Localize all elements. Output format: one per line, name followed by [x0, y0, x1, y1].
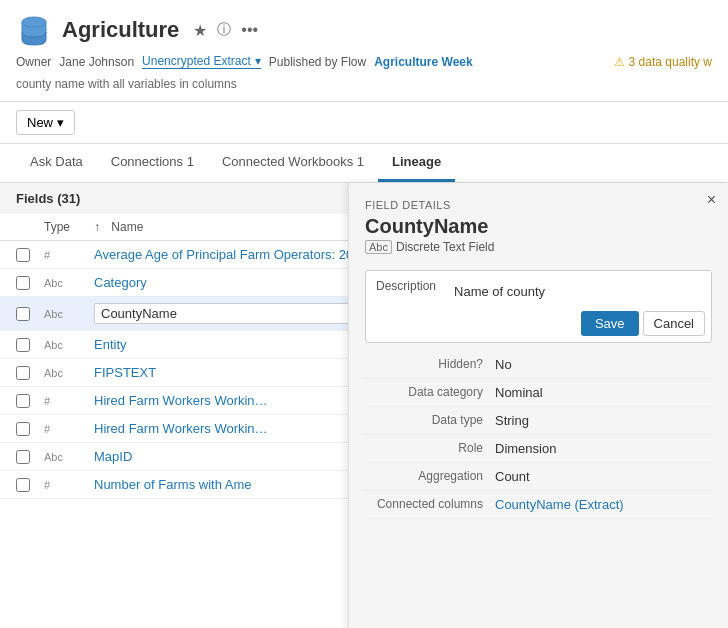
description-input[interactable]	[446, 271, 711, 307]
detail-row-aggregation: Aggregation Count	[365, 463, 712, 491]
star-icon[interactable]: ★	[193, 21, 207, 40]
field-type: Abc	[44, 277, 94, 289]
field-type: #	[44, 395, 94, 407]
cancel-button[interactable]: Cancel	[643, 311, 705, 336]
detail-label: Role	[365, 441, 495, 456]
extract-badge[interactable]: Unencrypted Extract ▾	[142, 54, 261, 69]
quality-warning: ⚠ 3 data quality w	[614, 55, 712, 69]
row-checkbox[interactable]	[16, 307, 30, 321]
field-type: Abc	[44, 339, 94, 351]
connected-columns-link[interactable]: CountyName (Extract)	[495, 497, 624, 512]
panel-section-label: Field details	[365, 199, 712, 211]
detail-row-role: Role Dimension	[365, 435, 712, 463]
panel-header: Field details CountyName Abc Discrete Te…	[349, 183, 728, 262]
description-actions: Save Cancel	[446, 307, 711, 342]
more-icon[interactable]: •••	[241, 21, 258, 39]
save-button[interactable]: Save	[581, 311, 639, 336]
detail-row-data-category: Data category Nominal	[365, 379, 712, 407]
row-checkbox[interactable]	[16, 248, 30, 262]
field-details-table: Hidden? No Data category Nominal Data ty…	[365, 351, 712, 519]
tab-bar: Ask Data Connections 1 Connected Workboo…	[0, 144, 728, 183]
detail-value: Nominal	[495, 385, 543, 400]
field-type: #	[44, 249, 94, 261]
row-checkbox[interactable]	[16, 422, 30, 436]
detail-label: Data type	[365, 413, 495, 428]
owner-name: Jane Johnson	[59, 55, 134, 69]
description-input-area: Save Cancel	[446, 271, 711, 342]
field-type: Abc	[44, 451, 94, 463]
field-type-badge: Abc	[365, 240, 392, 254]
field-details-panel: × Field details CountyName Abc Discrete …	[348, 183, 728, 628]
detail-row-hidden: Hidden? No	[365, 351, 712, 379]
row-checkbox[interactable]	[16, 338, 30, 352]
detail-value: Count	[495, 469, 530, 484]
row-checkbox[interactable]	[16, 394, 30, 408]
description-label: Description	[366, 271, 446, 342]
new-button[interactable]: New ▾	[16, 110, 75, 135]
detail-value: String	[495, 413, 529, 428]
datasource-icon	[16, 12, 52, 48]
tab-connected-workbooks[interactable]: Connected Workbooks 1	[208, 144, 378, 182]
tab-connections[interactable]: Connections 1	[97, 144, 208, 182]
toolbar: New ▾	[0, 102, 728, 144]
tab-ask-data[interactable]: Ask Data	[16, 144, 97, 182]
field-type: Abc	[44, 367, 94, 379]
info-icon[interactable]: ⓘ	[217, 21, 231, 39]
row-checkbox[interactable]	[16, 276, 30, 290]
detail-label: Data category	[365, 385, 495, 400]
page-title: Agriculture	[62, 17, 179, 43]
published-flow-link[interactable]: Agriculture Week	[374, 55, 472, 69]
close-panel-icon[interactable]: ×	[707, 191, 716, 209]
detail-label: Connected columns	[365, 497, 495, 512]
detail-row-data-type: Data type String	[365, 407, 712, 435]
panel-subtitle: Abc Discrete Text Field	[365, 240, 712, 254]
field-type: #	[44, 479, 94, 491]
checkbox-col-header	[16, 220, 44, 234]
type-col-header: Type	[44, 220, 94, 234]
panel-field-title: CountyName	[365, 215, 712, 238]
page-header: Agriculture ★ ⓘ ••• Owner Jane Johnson U…	[0, 0, 728, 102]
detail-value: No	[495, 357, 512, 372]
field-type: Abc	[44, 308, 94, 320]
field-type: #	[44, 423, 94, 435]
detail-value: Dimension	[495, 441, 556, 456]
detail-label: Hidden?	[365, 357, 495, 372]
owner-label: Owner	[16, 55, 51, 69]
warning-icon: ⚠	[614, 55, 625, 69]
detail-row-connected-columns: Connected columns CountyName (Extract)	[365, 491, 712, 519]
detail-label: Aggregation	[365, 469, 495, 484]
tab-lineage[interactable]: Lineage	[378, 144, 455, 182]
description-form: Description Save Cancel	[365, 270, 712, 343]
row-checkbox[interactable]	[16, 366, 30, 380]
row-checkbox[interactable]	[16, 478, 30, 492]
published-label: Published by Flow	[269, 55, 366, 69]
row-checkbox[interactable]	[16, 450, 30, 464]
datasource-description: county name with all variables in column…	[16, 77, 712, 91]
